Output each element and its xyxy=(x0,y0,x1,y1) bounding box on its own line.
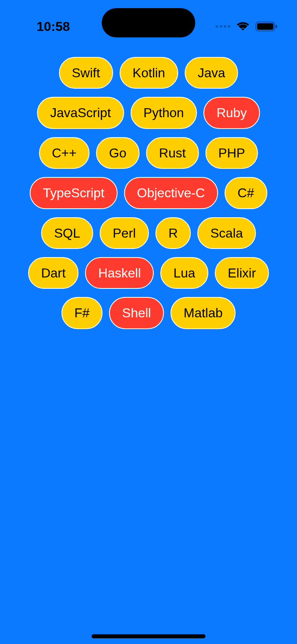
chip-perl[interactable]: Perl xyxy=(100,217,149,249)
chip-label: Python xyxy=(144,105,184,120)
chip-python[interactable]: Python xyxy=(131,97,197,129)
chip-lua[interactable]: Lua xyxy=(160,257,208,289)
chip-label: Ruby xyxy=(216,105,247,120)
chip-c-[interactable]: C# xyxy=(225,177,267,209)
home-indicator xyxy=(92,634,205,638)
chip-label: Dart xyxy=(41,266,66,280)
status-time: 10:58 xyxy=(37,19,70,34)
svg-rect-1 xyxy=(257,23,273,30)
chip-dart[interactable]: Dart xyxy=(28,257,79,289)
chip-label: Swift xyxy=(72,65,100,80)
chip-kotlin[interactable]: Kotlin xyxy=(120,57,178,89)
device-notch xyxy=(102,8,195,37)
chip-label: Rust xyxy=(159,146,186,160)
chip-shell[interactable]: Shell xyxy=(109,297,164,329)
chip-f-[interactable]: F# xyxy=(61,297,103,329)
chip-ruby[interactable]: Ruby xyxy=(203,97,260,129)
chip-rust[interactable]: Rust xyxy=(146,137,199,169)
chip-label: Objective-C xyxy=(137,186,205,200)
chip-label: Scala xyxy=(210,226,243,240)
chip-label: JavaScript xyxy=(50,105,111,120)
status-bar: 10:58 xyxy=(0,0,297,41)
chip-r[interactable]: R xyxy=(155,217,191,249)
chip-label: Matlab xyxy=(183,306,223,320)
chip-label: Shell xyxy=(122,306,151,320)
chip-swift[interactable]: Swift xyxy=(59,57,113,89)
chip-matlab[interactable]: Matlab xyxy=(170,297,236,329)
chip-elixir[interactable]: Elixir xyxy=(215,257,269,289)
chip-scala[interactable]: Scala xyxy=(197,217,256,249)
status-icons xyxy=(216,21,277,32)
chip-typescript[interactable]: TypeScript xyxy=(30,177,117,209)
chip-label: Haskell xyxy=(98,266,141,280)
chip-php[interactable]: PHP xyxy=(205,137,258,169)
chip-label: C++ xyxy=(52,146,76,160)
chip-label: Go xyxy=(109,146,127,160)
chip-javascript[interactable]: JavaScript xyxy=(37,97,124,129)
svg-rect-2 xyxy=(275,25,277,28)
chip-objective-c[interactable]: Objective-C xyxy=(124,177,218,209)
chip-label: R xyxy=(168,226,178,240)
chip-haskell[interactable]: Haskell xyxy=(85,257,154,289)
chips-container: SwiftKotlinJavaJavaScriptPythonRubyC++Go… xyxy=(0,41,297,329)
chip-label: Elixir xyxy=(228,266,256,280)
chip-label: Lua xyxy=(173,266,195,280)
chip-java[interactable]: Java xyxy=(185,57,238,89)
chip-sql[interactable]: SQL xyxy=(41,217,93,249)
chip-label: PHP xyxy=(218,146,245,160)
chip-label: F# xyxy=(74,306,90,320)
chip-c-[interactable]: C++ xyxy=(39,137,90,169)
chip-label: Kotlin xyxy=(133,65,165,80)
wifi-icon xyxy=(236,21,250,32)
chip-label: SQL xyxy=(54,226,80,240)
cellular-icon xyxy=(216,25,230,28)
chip-go[interactable]: Go xyxy=(96,137,140,169)
battery-icon xyxy=(256,21,277,32)
chip-label: Java xyxy=(198,65,225,80)
chip-label: TypeScript xyxy=(43,186,104,200)
chip-label: Perl xyxy=(113,226,136,240)
chip-label: C# xyxy=(238,186,254,200)
